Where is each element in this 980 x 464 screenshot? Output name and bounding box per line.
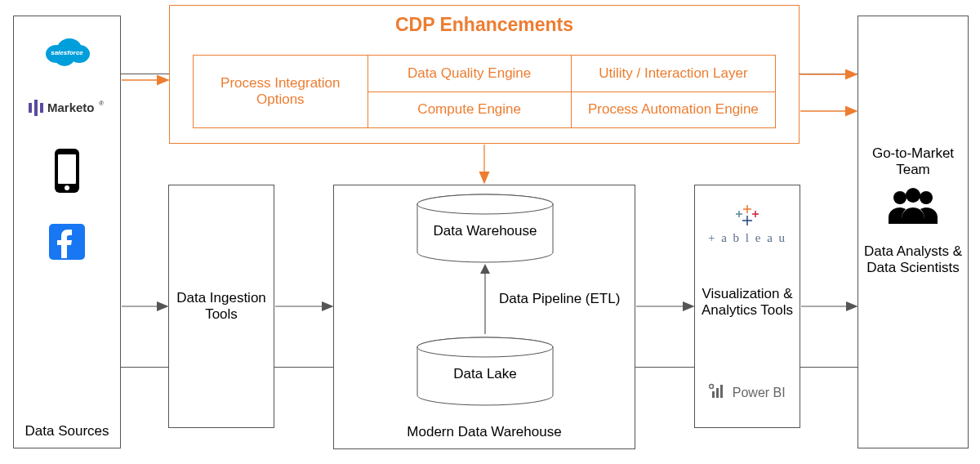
modern-data-warehouse-label: Modern Data Warehouse: [334, 424, 635, 440]
cdp-title: CDP Enhancements: [170, 14, 799, 36]
tableau-label: + a b l e a u: [695, 231, 800, 245]
data-sources-label: Data Sources: [14, 423, 120, 439]
svg-text:®: ®: [99, 100, 104, 107]
svg-point-31: [710, 385, 714, 389]
data-lake-label: Data Lake: [416, 366, 555, 382]
svg-rect-28: [712, 391, 715, 398]
cdp-process-automation: Process Automation Engine: [572, 92, 775, 128]
svg-rect-6: [34, 100, 38, 116]
go-to-market-label: Go-to-Market Team: [858, 145, 968, 178]
cdp-process-integration: Process Integration Options: [194, 56, 368, 127]
svg-text:Marketo: Marketo: [47, 100, 95, 114]
viz-tools-box: + a b l e a u Visualization & Analytics …: [694, 185, 800, 428]
right-box: Go-to-Market Team Data Analysts & Data S…: [858, 16, 969, 448]
svg-rect-5: [29, 103, 32, 113]
cdp-utility-layer: Utility / Interaction Layer: [572, 56, 775, 92]
marketo-icon: Marketo ®: [27, 96, 107, 123]
viz-tools-label: Visualization & Analytics Tools: [700, 286, 795, 319]
svg-rect-7: [40, 103, 43, 113]
svg-point-34: [920, 191, 933, 204]
svg-marker-19: [480, 264, 490, 274]
cdp-grid: Process Integration Options Data Quality…: [193, 55, 776, 128]
salesforce-icon: salesforce: [38, 31, 96, 72]
data-lake-cylinder: Data Lake: [416, 337, 555, 406]
modern-data-warehouse-box: Data Warehouse Data Lake Data Pipeline (…: [333, 185, 635, 449]
powerbi-label: Power BI: [733, 386, 786, 399]
powerbi-icon: [709, 388, 728, 402]
phone-icon: [50, 147, 84, 198]
data-analysts-label: Data Analysts & Data Scientists: [858, 243, 968, 276]
facebook-icon: [47, 222, 87, 265]
svg-text:salesforce: salesforce: [51, 49, 83, 56]
cdp-enhancements-box: CDP Enhancements Process Integration Opt…: [169, 5, 800, 144]
data-warehouse-cylinder: Data Warehouse: [416, 194, 555, 263]
svg-point-17: [417, 337, 553, 357]
svg-rect-11: [58, 154, 76, 184]
svg-point-15: [417, 194, 553, 214]
svg-rect-29: [716, 388, 719, 398]
svg-point-33: [906, 188, 920, 203]
cdp-data-quality: Data Quality Engine: [368, 56, 571, 92]
data-ingestion-label: Data Ingestion Tools: [169, 290, 274, 323]
data-ingestion-box: Data Ingestion Tools: [168, 185, 274, 428]
pipeline-arrow-icon: [479, 264, 492, 336]
data-warehouse-label: Data Warehouse: [416, 223, 555, 239]
svg-point-32: [893, 191, 906, 204]
svg-point-12: [65, 185, 69, 190]
svg-rect-30: [720, 385, 723, 398]
data-sources-box: salesforce Marketo ®: [13, 16, 121, 448]
tableau-icon: [733, 216, 761, 230]
people-icon: [884, 216, 942, 230]
pipeline-label: Data Pipeline (ETL): [499, 291, 620, 307]
cdp-compute-engine: Compute Engine: [368, 92, 571, 128]
